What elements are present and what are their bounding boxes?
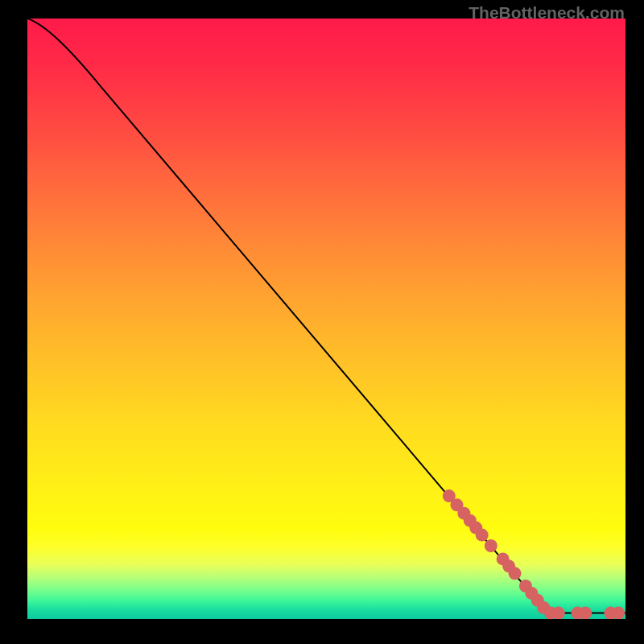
chart-point [612,607,625,619]
chart-points [443,489,625,619]
chart-point [476,529,489,542]
chart-point [485,539,497,552]
chart-point [552,607,565,619]
chart-curve [27,19,625,613]
chart-svg-overlay [27,19,625,619]
watermark-text: TheBottleneck.com [469,3,625,23]
chart-point [509,567,522,580]
chart-point [579,607,592,619]
chart-plot-area [27,19,625,619]
